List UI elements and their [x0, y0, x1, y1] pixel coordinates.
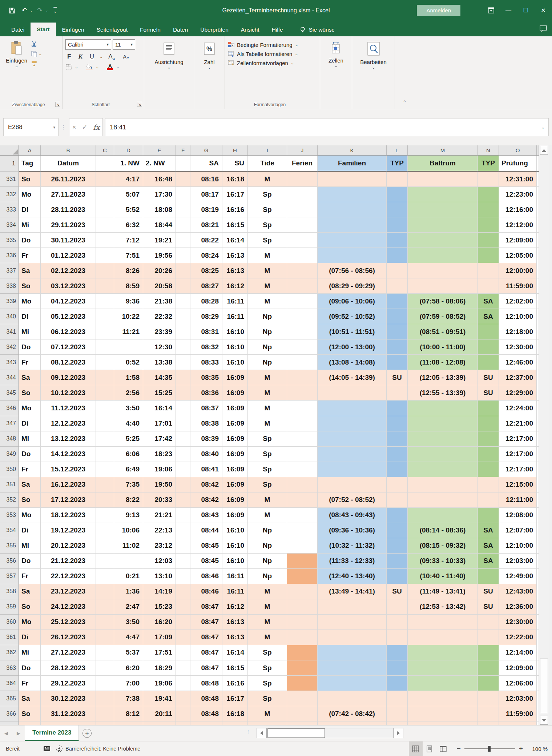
horizontal-scrollbar-thumb[interactable] [267, 728, 325, 738]
cell[interactable]: (11:33 - 12:33) [318, 554, 387, 569]
cell[interactable]: 12:07:00 [499, 523, 537, 538]
cell[interactable] [287, 447, 318, 462]
row-header-341[interactable]: 341 [0, 324, 19, 339]
cell[interactable] [287, 416, 318, 431]
tab-formeln[interactable]: Formeln [134, 23, 167, 36]
cell[interactable] [387, 676, 408, 691]
cell[interactable] [318, 416, 387, 431]
cell[interactable] [176, 217, 190, 233]
expand-formula-bar-icon[interactable]: ⌄ [541, 125, 545, 130]
cell[interactable]: 16:17 [222, 691, 248, 706]
cell[interactable]: (08:51 - 09:51) [408, 324, 478, 339]
cell[interactable]: 16:09 [222, 370, 248, 385]
cell[interactable]: 08:48 [190, 706, 222, 721]
cell[interactable]: 7:51 [114, 248, 143, 263]
cell[interactable] [176, 370, 190, 385]
cell[interactable]: Sp [248, 217, 287, 233]
zoom-slider[interactable] [464, 748, 515, 749]
column-header-L[interactable]: L [387, 145, 408, 155]
cell[interactable]: 16:16 [222, 676, 248, 691]
cell[interactable]: 30.12.2023 [41, 691, 96, 706]
cell[interactable]: 05.12.2023 [41, 309, 96, 324]
cell[interactable] [408, 263, 478, 278]
cell[interactable] [387, 569, 408, 584]
cell[interactable]: 16:10 [222, 554, 248, 569]
cell[interactable]: Sa [19, 263, 41, 278]
cell[interactable] [287, 477, 318, 492]
cell[interactable] [387, 523, 408, 538]
cell[interactable] [287, 202, 318, 217]
cell[interactable]: 12:30 [143, 339, 176, 355]
cell[interactable]: Fr [19, 355, 41, 370]
cells-button[interactable]: Zellen ⌄ [326, 39, 346, 99]
cell[interactable]: M [248, 492, 287, 508]
cell[interactable]: 12:15:00 [499, 477, 537, 492]
cell[interactable]: 08:35 [190, 370, 222, 385]
cell[interactable] [96, 462, 114, 477]
cell[interactable] [176, 416, 190, 431]
cell[interactable] [96, 691, 114, 706]
cell[interactable]: 4:47 [114, 630, 143, 645]
cell[interactable]: 10:22 [114, 309, 143, 324]
cell[interactable]: 08:46 [190, 569, 222, 584]
cell[interactable] [387, 172, 408, 187]
cell[interactable]: SA [478, 523, 499, 538]
cell[interactable] [96, 569, 114, 584]
cell[interactable]: 26.11.2023 [41, 172, 96, 187]
column-header-M[interactable]: M [408, 145, 478, 155]
formula-input[interactable]: 18:41 ⌄ [105, 118, 549, 136]
cell[interactable]: 17:51 [143, 645, 176, 660]
cell[interactable]: 08:47 [190, 630, 222, 645]
cell[interactable]: 21.12.2023 [41, 554, 96, 569]
cell[interactable] [318, 431, 387, 447]
tab-überprüfen[interactable]: Überprüfen [194, 23, 235, 36]
cell[interactable]: M [248, 706, 287, 721]
cell[interactable]: 08:21 [190, 217, 222, 233]
cell[interactable]: 12:09:00 [499, 660, 537, 676]
cell[interactable]: 21:21 [143, 508, 176, 523]
row-header-364[interactable]: 364 [0, 676, 19, 691]
cell[interactable]: 16:14 [222, 233, 248, 248]
cell[interactable]: M [248, 294, 287, 309]
cell[interactable] [96, 615, 114, 630]
cell[interactable]: 12.12.2023 [41, 416, 96, 431]
redo-icon[interactable]: ↷ [34, 5, 45, 16]
select-all-corner[interactable] [0, 145, 19, 155]
cell[interactable] [408, 431, 478, 447]
editing-button[interactable]: Bearbeiten ⌄ [357, 39, 390, 99]
cell[interactable] [96, 233, 114, 248]
cell[interactable] [176, 706, 190, 721]
row-header-342[interactable]: 342 [0, 339, 19, 355]
cell[interactable]: Np [248, 324, 287, 339]
tab-start[interactable]: Start [31, 23, 56, 36]
cell[interactable]: 12:21:00 [499, 416, 537, 431]
cell[interactable] [176, 202, 190, 217]
horizontal-scrollbar[interactable] [257, 728, 403, 738]
cell[interactable]: 16:10 [222, 523, 248, 538]
tab-hilfe[interactable]: Hilfe [266, 23, 289, 36]
cell[interactable]: 04.12.2023 [41, 294, 96, 309]
cell[interactable]: 16:13 [222, 615, 248, 630]
zoom-slider-thumb[interactable] [488, 746, 491, 752]
cell[interactable]: 16:12 [222, 278, 248, 294]
cell[interactable]: 12:30:00 [499, 615, 537, 630]
zoom-percentage[interactable]: 100 % [527, 746, 548, 752]
cell[interactable]: 08:25 [190, 263, 222, 278]
cell[interactable] [96, 660, 114, 676]
cell[interactable] [318, 385, 387, 401]
cell[interactable] [408, 492, 478, 508]
cell[interactable]: Sp [248, 660, 287, 676]
row-header-344[interactable]: 344 [0, 370, 19, 385]
cell[interactable] [287, 309, 318, 324]
cell[interactable]: 30.11.2023 [41, 233, 96, 248]
cell[interactable]: 11:59:00 [499, 706, 537, 721]
cell[interactable] [176, 172, 190, 187]
row-header-333[interactable]: 333 [0, 202, 19, 217]
cell[interactable]: Di [19, 523, 41, 538]
row-header-1[interactable]: 1 [0, 156, 19, 172]
row-header-350[interactable]: 350 [0, 462, 19, 477]
font-size-combo[interactable]: 11▾ [113, 39, 135, 50]
scroll-left-icon[interactable] [257, 728, 267, 738]
cell[interactable] [176, 263, 190, 278]
cell[interactable] [176, 599, 190, 615]
